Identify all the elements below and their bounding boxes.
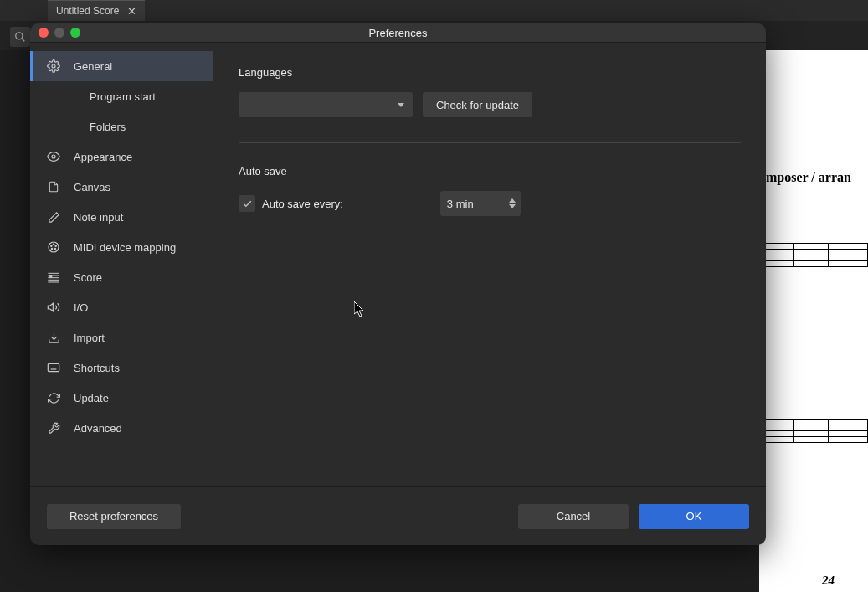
svg-marker-16 bbox=[48, 303, 53, 311]
svg-point-6 bbox=[55, 245, 56, 246]
score-icon bbox=[47, 270, 60, 284]
divider bbox=[239, 142, 741, 143]
svg-point-0 bbox=[16, 33, 23, 39]
sidebar-item-label: I/O bbox=[74, 301, 88, 314]
language-dropdown[interactable] bbox=[239, 92, 413, 117]
check-update-button[interactable]: Check for update bbox=[423, 92, 532, 117]
close-window-button[interactable] bbox=[39, 28, 49, 38]
refresh-icon bbox=[47, 391, 60, 404]
svg-point-5 bbox=[51, 245, 52, 246]
dialog-footer: Reset preferences Cancel OK bbox=[30, 486, 766, 545]
window-controls bbox=[39, 28, 80, 38]
sidebar-item-io[interactable]: I/O bbox=[30, 292, 213, 322]
spin-up-icon[interactable] bbox=[509, 198, 516, 203]
sidebar-item-label: Shortcuts bbox=[74, 362, 120, 374]
svg-point-3 bbox=[52, 155, 55, 158]
autosave-label: Auto save every: bbox=[262, 198, 343, 210]
sidebar-item-shortcuts[interactable]: Shortcuts bbox=[30, 353, 213, 383]
preferences-content: Languages Check for update Auto save Aut… bbox=[213, 43, 766, 486]
ok-button[interactable]: OK bbox=[639, 504, 749, 529]
preferences-dialog: Preferences General Program start Folder… bbox=[30, 23, 766, 545]
sidebar-item-label: Advanced bbox=[74, 422, 122, 435]
languages-heading: Languages bbox=[239, 66, 741, 79]
sidebar-item-appearance[interactable]: Appearance bbox=[30, 142, 213, 172]
close-icon[interactable]: ✕ bbox=[127, 5, 136, 18]
sidebar-item-import[interactable]: Import bbox=[30, 322, 213, 353]
wrench-icon bbox=[47, 421, 60, 435]
check-update-label: Check for update bbox=[436, 99, 519, 111]
minimize-window-button[interactable] bbox=[54, 28, 64, 38]
sidebar-item-midi[interactable]: MIDI device mapping bbox=[30, 232, 213, 262]
staff-line bbox=[759, 419, 868, 442]
preferences-sidebar: General Program start Folders Appearance… bbox=[30, 43, 213, 486]
cancel-button[interactable]: Cancel bbox=[518, 504, 629, 529]
sidebar-item-label: Canvas bbox=[74, 181, 110, 193]
reset-label: Reset preferences bbox=[69, 510, 158, 523]
midi-icon bbox=[47, 240, 60, 254]
svg-line-1 bbox=[22, 39, 25, 42]
document-tab[interactable]: Untitled Score ✕ bbox=[48, 0, 145, 21]
sidebar-item-note-input[interactable]: Note input bbox=[30, 202, 213, 232]
spin-down-icon[interactable] bbox=[509, 204, 516, 208]
staff-line bbox=[759, 243, 868, 266]
document-tab-bar: Untitled Score ✕ bbox=[0, 0, 868, 21]
svg-point-2 bbox=[52, 64, 55, 68]
sidebar-item-label: MIDI device mapping bbox=[74, 241, 176, 254]
gear-icon bbox=[47, 59, 60, 73]
svg-point-8 bbox=[51, 248, 52, 249]
svg-point-9 bbox=[54, 248, 55, 249]
sidebar-item-update[interactable]: Update bbox=[30, 383, 213, 413]
ok-label: OK bbox=[686, 510, 702, 523]
reset-preferences-button[interactable]: Reset preferences bbox=[47, 504, 181, 529]
dialog-title: Preferences bbox=[368, 27, 427, 39]
sidebar-item-score[interactable]: Score bbox=[30, 262, 213, 292]
search-button[interactable] bbox=[10, 27, 30, 47]
chevron-down-icon bbox=[398, 103, 404, 107]
svg-point-7 bbox=[53, 244, 54, 245]
sidebar-item-label: Appearance bbox=[74, 151, 132, 163]
autosave-value: 3 min bbox=[447, 198, 474, 210]
zoom-window-button[interactable] bbox=[70, 28, 80, 38]
autosave-interval-spinbox[interactable]: 3 min bbox=[440, 191, 521, 216]
composer-text: omposer / arran bbox=[759, 170, 851, 185]
dialog-titlebar: Preferences bbox=[30, 23, 766, 43]
svg-point-15 bbox=[49, 275, 52, 278]
sidebar-item-program-start[interactable]: Program start bbox=[30, 81, 213, 111]
sidebar-item-canvas[interactable]: Canvas bbox=[30, 172, 213, 202]
spinbox-arrows bbox=[509, 198, 516, 208]
keyboard-icon bbox=[47, 361, 60, 374]
pencil-icon bbox=[47, 210, 60, 224]
sidebar-item-label: Update bbox=[74, 392, 109, 404]
sidebar-item-folders[interactable]: Folders bbox=[30, 111, 213, 142]
download-icon bbox=[47, 331, 60, 344]
autosave-heading: Auto save bbox=[239, 165, 741, 178]
score-page-background: omposer / arran 24 bbox=[759, 50, 868, 592]
sidebar-item-advanced[interactable]: Advanced bbox=[30, 413, 213, 443]
sidebar-item-general[interactable]: General bbox=[30, 51, 213, 81]
sidebar-item-label: Score bbox=[74, 271, 102, 284]
sidebar-item-label: Note input bbox=[74, 211, 123, 224]
cancel-label: Cancel bbox=[557, 510, 590, 523]
autosave-checkbox[interactable] bbox=[239, 195, 255, 212]
sidebar-item-label: Folders bbox=[90, 121, 126, 133]
speaker-icon bbox=[47, 301, 60, 314]
eye-icon bbox=[47, 150, 60, 163]
sidebar-item-label: Import bbox=[74, 332, 105, 344]
svg-rect-18 bbox=[48, 363, 59, 371]
sidebar-item-label: General bbox=[74, 60, 112, 73]
page-icon bbox=[47, 180, 60, 193]
document-tab-title: Untitled Score bbox=[56, 5, 119, 17]
measure-number: 24 bbox=[822, 574, 835, 588]
sidebar-item-label: Program start bbox=[90, 90, 156, 103]
